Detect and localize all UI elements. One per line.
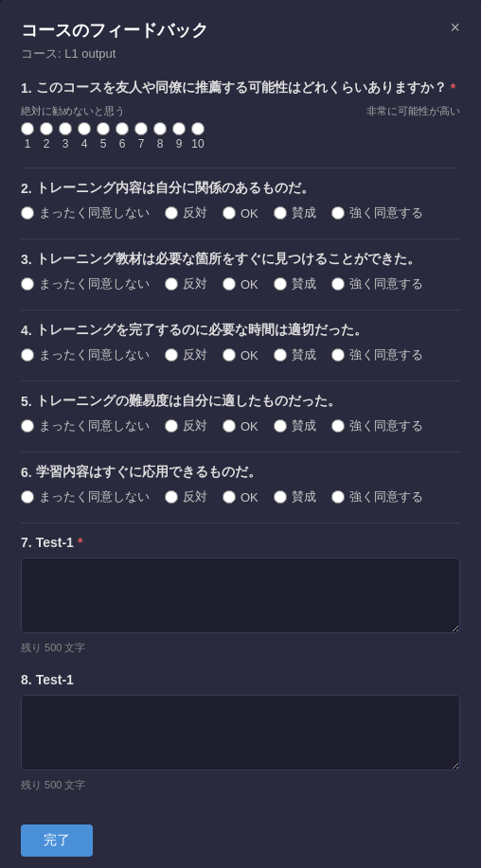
likert-4-2[interactable]: 反対 xyxy=(165,346,207,363)
char-count-7: 残り 500 文字 xyxy=(21,641,460,655)
likert-2-1[interactable]: まったく同意しない xyxy=(21,204,150,221)
likert-group-6: まったく同意しない 反対 OK 賛成 強く同意する xyxy=(21,488,460,505)
likert-6-1[interactable]: まったく同意しない xyxy=(21,488,150,505)
scale-radio-1[interactable] xyxy=(21,122,34,135)
likert-2-5[interactable]: 強く同意する xyxy=(331,204,423,221)
scale-radio-8[interactable] xyxy=(153,122,167,135)
scale-option-4: 4 xyxy=(78,122,91,151)
question-6: 6. 学習内容はすぐに応用できるものだ。 まったく同意しない 反対 OK 賛成 … xyxy=(21,464,460,505)
likert-group-3: まったく同意しない 反対 OK 賛成 強く同意する xyxy=(21,275,460,292)
scale-radio-2[interactable] xyxy=(40,122,53,135)
likert-3-1[interactable]: まったく同意しない xyxy=(21,275,150,292)
scale-option-10: 10 xyxy=(191,122,205,151)
scale-option-6: 6 xyxy=(116,122,129,151)
likert-3-5[interactable]: 強く同意する xyxy=(331,275,423,292)
scale-option-1: 1 xyxy=(21,122,34,151)
likert-group-4: まったく同意しない 反対 OK 賛成 強く同意する xyxy=(21,346,460,363)
text-question-8-label: 8. Test-1 xyxy=(21,672,460,687)
question-5: 5. トレーニングの難易度は自分に適したものだった。 まったく同意しない 反対 … xyxy=(21,393,460,434)
question-1: 1. このコースを友人や同僚に推薦する可能性はどれくらいありますか？ * 絶対に… xyxy=(21,80,460,151)
modal-header: コースのフィードバック × xyxy=(21,19,460,42)
feedback-modal: コースのフィードバック × コース: L1 output 1. このコースを友人… xyxy=(0,0,481,868)
question-3-label: 3. トレーニング教材は必要な箇所をすぐに見つけることができた。 xyxy=(21,251,460,268)
likert-3-2[interactable]: 反対 xyxy=(165,275,207,292)
text-question-8: 8. Test-1 残り 500 文字 xyxy=(21,672,460,792)
scale-option-7: 7 xyxy=(134,122,148,151)
likert-4-3[interactable]: OK xyxy=(223,348,258,363)
question-1-label: 1. このコースを友人や同僚に推薦する可能性はどれくらいありますか？ * xyxy=(21,80,460,97)
likert-group-5: まったく同意しない 反対 OK 賛成 強く同意する xyxy=(21,417,460,434)
char-count-8: 残り 500 文字 xyxy=(21,778,460,792)
likert-5-1[interactable]: まったく同意しない xyxy=(21,417,150,434)
scale-option-9: 9 xyxy=(172,122,186,151)
likert-5-3[interactable]: OK xyxy=(223,419,258,434)
scale-option-2: 2 xyxy=(40,122,53,151)
close-button[interactable]: × xyxy=(450,19,460,36)
text-question-7: 7. Test-1 * 残り 500 文字 xyxy=(21,535,460,655)
question-4: 4. トレーニングを完了するのに必要な時間は適切だった。 まったく同意しない 反… xyxy=(21,322,460,363)
question-4-label: 4. トレーニングを完了するのに必要な時間は適切だった。 xyxy=(21,322,460,339)
scale-radio-7[interactable] xyxy=(134,122,148,135)
likert-2-2[interactable]: 反対 xyxy=(165,204,207,221)
scale-radio-10[interactable] xyxy=(191,122,205,135)
question-2: 2. トレーニング内容は自分に関係のあるものだ。 まったく同意しない 反対 OK… xyxy=(21,180,460,221)
text-input-8[interactable] xyxy=(21,695,460,771)
question-3: 3. トレーニング教材は必要な箇所をすぐに見つけることができた。 まったく同意し… xyxy=(21,251,460,292)
scale-radio-group-1: 1 2 3 4 5 6 7 xyxy=(21,122,460,151)
likert-2-4[interactable]: 賛成 xyxy=(274,204,316,221)
modal-title: コースのフィードバック xyxy=(21,19,208,42)
scale-option-5: 5 xyxy=(97,122,110,151)
scale-option-3: 3 xyxy=(59,122,72,151)
likert-5-2[interactable]: 反対 xyxy=(165,417,207,434)
likert-6-5[interactable]: 強く同意する xyxy=(331,488,423,505)
scale-radio-4[interactable] xyxy=(78,122,91,135)
likert-4-1[interactable]: まったく同意しない xyxy=(21,346,150,363)
text-input-7[interactable] xyxy=(21,558,460,633)
text-question-7-label: 7. Test-1 * xyxy=(21,535,460,550)
scale-radio-6[interactable] xyxy=(116,122,129,135)
likert-4-5[interactable]: 強く同意する xyxy=(331,346,423,363)
likert-6-4[interactable]: 賛成 xyxy=(274,488,316,505)
question-2-label: 2. トレーニング内容は自分に関係のあるものだ。 xyxy=(21,180,460,197)
scale-radio-3[interactable] xyxy=(59,122,72,135)
modal-subtitle: コース: L1 output xyxy=(21,45,460,62)
likert-3-3[interactable]: OK xyxy=(223,277,258,292)
likert-6-2[interactable]: 反対 xyxy=(165,488,207,505)
likert-group-2: まったく同意しない 反対 OK 賛成 強く同意する xyxy=(21,204,460,221)
likert-2-3[interactable]: OK xyxy=(223,206,258,221)
likert-4-4[interactable]: 賛成 xyxy=(274,346,316,363)
question-5-label: 5. トレーニングの難易度は自分に適したものだった。 xyxy=(21,393,460,410)
likert-3-4[interactable]: 賛成 xyxy=(274,275,316,292)
likert-5-5[interactable]: 強く同意する xyxy=(331,417,423,434)
question-6-label: 6. 学習内容はすぐに応用できるものだ。 xyxy=(21,464,460,481)
scale-hint-1: 絶対に勧めないと思う 非常に可能性が高い xyxy=(21,104,460,118)
submit-button[interactable]: 完了 xyxy=(21,824,93,857)
scale-radio-9[interactable] xyxy=(172,122,186,135)
likert-6-3[interactable]: OK xyxy=(223,490,258,505)
scale-option-8: 8 xyxy=(153,122,167,151)
likert-5-4[interactable]: 賛成 xyxy=(274,417,316,434)
scale-radio-5[interactable] xyxy=(97,122,110,135)
